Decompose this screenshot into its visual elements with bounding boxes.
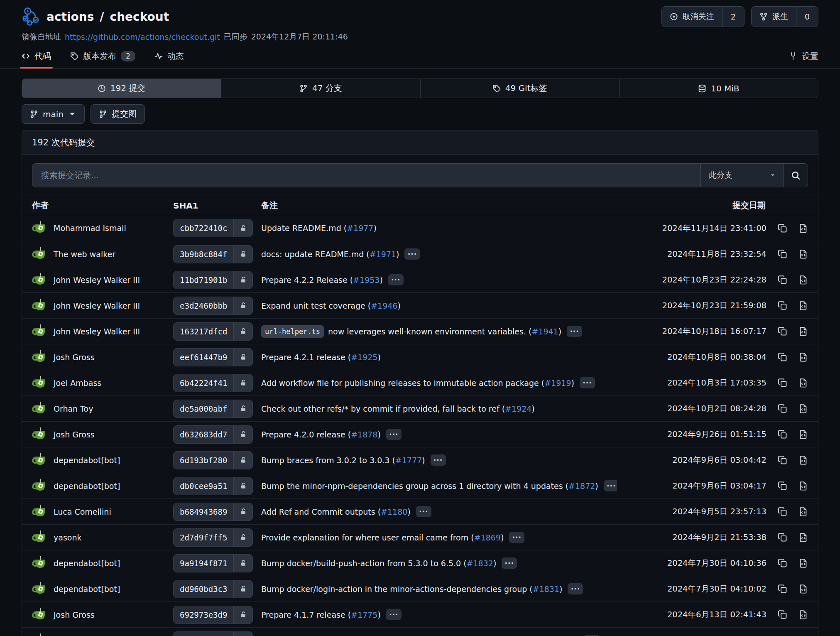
tab-releases[interactable]: 版本发布 2 [70,44,135,68]
issue-link[interactable]: #1919 [544,378,571,388]
expand-commit-message-button[interactable]: ··· [604,480,617,491]
browse-source-button[interactable] [798,481,808,491]
commit-message-link[interactable]: Add workflow file for publishing release… [261,378,544,388]
expand-commit-message-button[interactable]: ··· [502,557,517,569]
expand-commit-message-button[interactable]: ··· [416,506,431,517]
forks-count[interactable]: 0 [796,7,818,27]
commit-message-link[interactable]: Prepare 4.2.1 release ( [261,353,351,362]
commit-sha-button[interactable]: e3d2460bbb [173,297,253,315]
copy-sha-button[interactable] [778,430,787,439]
issue-link[interactable]: #1872 [568,481,595,491]
repo-name-link[interactable]: checkout [110,10,169,24]
copy-sha-button[interactable] [778,558,787,568]
browse-source-button[interactable] [798,558,808,568]
copy-sha-button[interactable] [778,481,787,491]
expand-commit-message-button[interactable]: ··· [568,583,583,594]
browse-source-button[interactable] [798,507,808,516]
browse-source-button[interactable] [798,455,808,465]
issue-link[interactable]: #1869 [474,533,501,542]
copy-sha-button[interactable] [778,378,787,388]
commit-message-link[interactable]: Update README.md ( [261,223,347,233]
issue-link[interactable]: #1953 [353,275,380,285]
fork-button[interactable]: 派生 [752,7,796,27]
browse-source-button[interactable] [798,378,808,388]
tab-settings[interactable]: 设置 [789,44,818,68]
commit-author-link[interactable]: dependabot[bot] [54,456,120,465]
browse-source-button[interactable] [798,610,808,619]
copy-sha-button[interactable] [778,327,787,336]
commit-sha-button[interactable]: 6ccd57f4c5 [173,631,253,636]
commit-sha-button[interactable]: 6b42224f41 [173,374,253,392]
browse-source-button[interactable] [798,275,808,285]
expand-commit-message-button[interactable]: ··· [431,454,446,466]
browse-source-button[interactable] [798,223,808,233]
expand-commit-message-button[interactable]: ··· [404,248,420,260]
copy-sha-button[interactable] [778,352,787,362]
browse-source-button[interactable] [798,301,808,310]
commit-author-link[interactable]: Luca Comellini [54,507,111,516]
browse-source-button[interactable] [798,584,808,594]
commit-sha-button[interactable]: 692973e3d9 [173,606,253,624]
commit-author-link[interactable]: John Wesley Walker III [54,301,140,310]
expand-commit-message-button[interactable]: ··· [509,532,524,543]
commit-sha-button[interactable]: dd960bd3c3 [173,580,253,598]
issue-link[interactable]: #1941 [531,327,558,336]
unwatch-button[interactable]: 取消关注 [662,7,722,27]
copy-sha-button[interactable] [778,610,787,619]
copy-sha-button[interactable] [778,275,787,285]
commit-author-link[interactable]: John Wesley Walker III [54,327,140,336]
repo-owner-link[interactable]: actions [47,10,94,24]
commit-sha-button[interactable]: 3b9b8c884f [173,245,253,263]
commit-message-link[interactable]: Bump docker/login-action in the minor-ac… [261,584,533,594]
issue-link[interactable]: #1971 [370,250,396,259]
commit-message-link[interactable]: Prepare 4.2.0 release ( [261,430,351,439]
commit-message-link[interactable]: Provide explanation for where user email… [261,533,474,542]
issue-link[interactable]: #1946 [371,301,397,310]
watchers-count[interactable]: 2 [722,7,744,27]
commit-sha-button[interactable]: eef61447b9 [173,348,253,366]
commit-sha-button[interactable]: 9a9194f871 [173,554,253,572]
search-button[interactable] [784,164,808,187]
commit-author-link[interactable]: Mohammad Ismail [54,223,126,233]
commit-author-link[interactable]: Josh Gross [54,353,95,362]
commit-message-link[interactable]: docs: update README.md ( [261,250,370,259]
commit-author-link[interactable]: Orhan Toy [54,404,93,413]
commit-message-link[interactable]: Add Ref and Commit outputs ( [261,507,381,516]
commit-message-link[interactable]: Bump the minor-npm-dependencies group ac… [261,481,568,491]
browse-source-button[interactable] [798,533,808,542]
expand-commit-message-button[interactable]: ··· [567,326,582,337]
commit-author-link[interactable]: yasonk [54,533,81,542]
commit-sha-button[interactable]: 6d193bf280 [173,451,253,469]
expand-commit-message-button[interactable]: ··· [580,377,595,388]
browse-source-button[interactable] [798,404,808,413]
commit-sha-button[interactable]: db0cee9a51 [173,477,253,495]
issue-link[interactable]: #1180 [381,507,407,516]
copy-sha-button[interactable] [778,301,787,310]
issue-link[interactable]: #1832 [467,559,493,568]
expand-commit-message-button[interactable]: ··· [388,274,404,285]
commit-message-link[interactable]: Bump braces from 3.0.2 to 3.0.3 ( [261,456,395,465]
issue-link[interactable]: #1775 [351,610,377,619]
commit-sha-button[interactable]: 11bd71901b [173,271,253,289]
tab-code[interactable]: 代码 [22,44,51,68]
commit-sha-button[interactable]: de5a000abf [173,400,253,418]
commit-message-link[interactable]: Prepare 4.2.2 Release ( [261,275,353,285]
issue-link[interactable]: #1924 [505,404,531,413]
issue-link[interactable]: #1878 [351,430,377,439]
commit-message-link[interactable]: Expand unit test coverage ( [261,301,371,310]
commit-author-link[interactable]: dependabot[bot] [54,481,120,491]
issue-link[interactable]: #1777 [395,456,422,465]
commit-author-link[interactable]: dependabot[bot] [54,559,120,568]
commit-sha-button[interactable]: cbb722410c [173,219,253,237]
copy-sha-button[interactable] [778,249,787,259]
commit-graph-button[interactable]: 提交图 [91,104,145,124]
issue-link[interactable]: #1831 [533,584,559,594]
issue-link[interactable]: #1977 [347,223,373,233]
copy-sha-button[interactable] [778,584,787,594]
copy-sha-button[interactable] [778,223,787,233]
copy-sha-button[interactable] [778,533,787,542]
expand-commit-message-button[interactable]: ··· [386,609,402,620]
commit-sha-button[interactable]: 2d7d9f7ff5 [173,528,253,547]
copy-sha-button[interactable] [778,455,787,465]
expand-commit-message-button[interactable]: ··· [386,429,402,440]
